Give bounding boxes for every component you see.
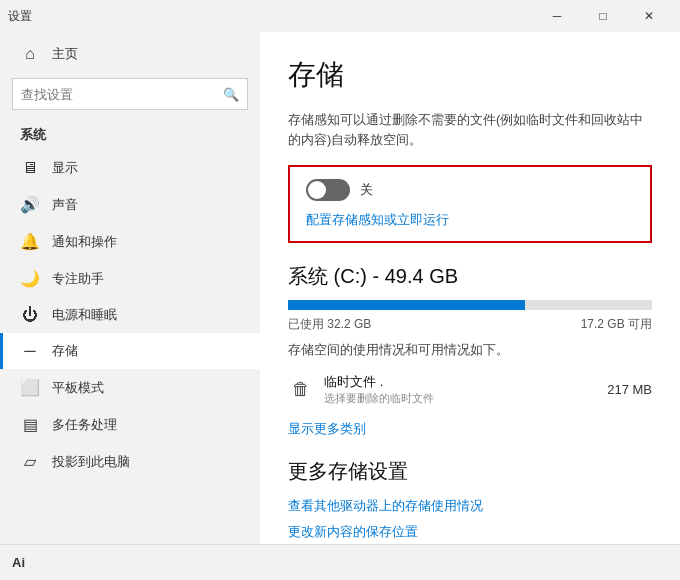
file-type-size: 217 MB (607, 382, 652, 397)
sidebar-item-label: 专注助手 (52, 270, 104, 288)
sidebar-item-label: 平板模式 (52, 379, 104, 397)
file-name-label: 临时文件 (324, 374, 376, 389)
toggle-label: 关 (360, 181, 373, 199)
storage-labels: 已使用 32.2 GB 17.2 GB 可用 (288, 316, 652, 333)
used-label: 已使用 32.2 GB (288, 316, 371, 333)
sidebar: ⌂ 主页 🔍 系统 🖥 显示 🔊 声音 🔔 通知和操作 🌙 专注助手 ⏻ (0, 32, 260, 544)
sidebar-item-label: 多任务处理 (52, 416, 117, 434)
storage-icon: ─ (20, 342, 40, 360)
sidebar-item-power[interactable]: ⏻ 电源和睡眠 (0, 297, 260, 333)
sidebar-item-label: 通知和操作 (52, 233, 117, 251)
sidebar-item-label: 电源和睡眠 (52, 306, 117, 324)
window-controls: ─ □ ✕ (534, 0, 672, 32)
tablet-icon: ⬜ (20, 378, 40, 397)
other-drives-link[interactable]: 查看其他驱动器上的存储使用情况 (288, 497, 652, 515)
page-title: 存储 (288, 56, 652, 94)
display-icon: 🖥 (20, 159, 40, 177)
file-type-name: 临时文件 . (324, 373, 597, 391)
sidebar-item-display[interactable]: 🖥 显示 (0, 150, 260, 186)
sidebar-item-tablet[interactable]: ⬜ 平板模式 (0, 369, 260, 406)
drive-title: 系统 (C:) - 49.4 GB (288, 263, 652, 290)
sidebar-item-label: 主页 (52, 45, 78, 63)
ai-badge: Ai (12, 555, 25, 570)
sidebar-item-sound[interactable]: 🔊 声音 (0, 186, 260, 223)
sidebar-group-label: 系统 (0, 120, 260, 150)
show-more-link[interactable]: 显示更多类别 (288, 420, 366, 438)
storage-sense-box: 关 配置存储感知或立即运行 (288, 165, 652, 243)
file-dots: . (380, 374, 384, 389)
sidebar-item-label: 声音 (52, 196, 78, 214)
app-body: ⌂ 主页 🔍 系统 🖥 显示 🔊 声音 🔔 通知和操作 🌙 专注助手 ⏻ (0, 32, 680, 544)
sidebar-item-label: 存储 (52, 342, 78, 360)
sound-icon: 🔊 (20, 195, 40, 214)
free-label: 17.2 GB 可用 (581, 316, 652, 333)
window-title: 设置 (8, 8, 32, 25)
sidebar-item-project[interactable]: ▱ 投影到此电脑 (0, 443, 260, 480)
sidebar-item-notify[interactable]: 🔔 通知和操作 (0, 223, 260, 260)
configure-link[interactable]: 配置存储感知或立即运行 (306, 212, 449, 227)
toggle-row: 关 (306, 179, 634, 201)
project-icon: ▱ (20, 452, 40, 471)
bottom-bar: Ai (0, 544, 680, 580)
focus-icon: 🌙 (20, 269, 40, 288)
close-button[interactable]: ✕ (626, 0, 672, 32)
sidebar-item-multitask[interactable]: ▤ 多任务处理 (0, 406, 260, 443)
storage-desc: 存储空间的使用情况和可用情况如下。 (288, 341, 652, 359)
main-content: 存储 存储感知可以通过删除不需要的文件(例如临时文件和回收站中的内容)自动释放空… (260, 32, 680, 544)
power-icon: ⏻ (20, 306, 40, 324)
sidebar-item-home[interactable]: ⌂ 主页 (0, 36, 260, 72)
file-type-row: 🗑 临时文件 . 选择要删除的临时文件 217 MB (288, 373, 652, 406)
sidebar-item-storage[interactable]: ─ 存储 (0, 333, 260, 369)
trash-icon: 🗑 (288, 377, 314, 403)
save-location-link[interactable]: 更改新内容的保存位置 (288, 523, 652, 541)
storage-sense-toggle[interactable] (306, 179, 350, 201)
sidebar-item-focus[interactable]: 🌙 专注助手 (0, 260, 260, 297)
minimize-button[interactable]: ─ (534, 0, 580, 32)
search-input[interactable] (21, 87, 223, 102)
maximize-button[interactable]: □ (580, 0, 626, 32)
page-desc: 存储感知可以通过删除不需要的文件(例如临时文件和回收站中的内容)自动释放空间。 (288, 110, 652, 149)
search-box: 🔍 (12, 78, 248, 110)
sidebar-item-label: 显示 (52, 159, 78, 177)
storage-progress-fill (288, 300, 525, 310)
home-icon: ⌂ (20, 45, 40, 63)
sidebar-item-label: 投影到此电脑 (52, 453, 130, 471)
search-icon: 🔍 (223, 87, 239, 102)
titlebar: 设置 ─ □ ✕ (0, 0, 680, 32)
notify-icon: 🔔 (20, 232, 40, 251)
file-type-info: 临时文件 . 选择要删除的临时文件 (324, 373, 597, 406)
storage-progress-bg (288, 300, 652, 310)
more-storage-title: 更多存储设置 (288, 458, 652, 485)
multitask-icon: ▤ (20, 415, 40, 434)
file-type-sub: 选择要删除的临时文件 (324, 391, 597, 406)
